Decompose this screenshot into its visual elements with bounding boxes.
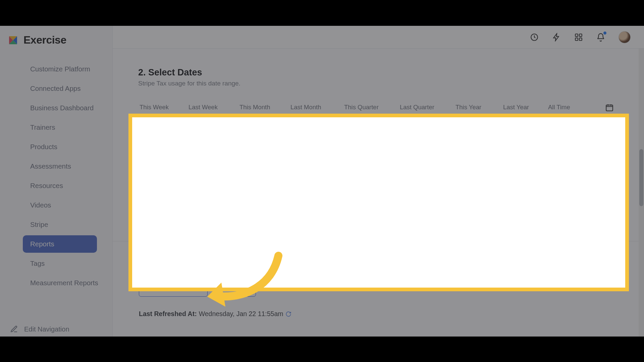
avatar[interactable]: [619, 31, 631, 43]
preset-this-quarter[interactable]: This Quarter: [344, 104, 400, 111]
report-description: This report lists Stripe Tax calculation…: [113, 241, 639, 268]
date-preset-row: This Week Last Week This Month Last Mont…: [113, 103, 639, 111]
sidebar-item-products[interactable]: Products: [0, 138, 112, 156]
sidebar-item-videos[interactable]: Videos: [0, 196, 112, 214]
mini-refresh-button[interactable]: [285, 311, 291, 317]
preset-this-year[interactable]: This Year: [455, 104, 503, 111]
bell-icon[interactable]: [596, 33, 605, 42]
section-select-filters: 3. Select Filters: [113, 177, 639, 203]
edit-navigation-label: Edit Navigation: [24, 325, 69, 333]
apps-icon[interactable]: [574, 33, 583, 42]
preset-last-week[interactable]: Last Week: [189, 104, 239, 111]
brand-name: Exercise: [23, 34, 66, 46]
date-range-display: Jan 28, 2025 - Feb 3, 2025: [329, 123, 422, 132]
report-actions: Refresh Report: [113, 268, 639, 297]
brand: Exercise: [0, 26, 112, 49]
section-select-dates: 2. Select Dates Stripe Tax usage for thi…: [113, 49, 639, 87]
last-refreshed-value: Wednesday, Jan 22 11:55am: [199, 310, 283, 318]
utc-row: Use UTC Dates? ?: [113, 159, 639, 167]
refresh-icon: [285, 311, 291, 317]
letterbox-bottom: [0, 337, 644, 362]
date-next-button[interactable]: [427, 124, 435, 132]
svg-rect-5: [606, 105, 613, 111]
svg-rect-4: [579, 38, 582, 41]
app-viewport: Exercise Customize Platform Connected Ap…: [0, 26, 644, 337]
scrollbar-thumb[interactable]: [639, 149, 643, 206]
section-select-dates-title: 2. Select Dates: [138, 67, 613, 78]
preset-last-year[interactable]: Last Year: [503, 104, 548, 111]
svg-rect-1: [575, 34, 578, 37]
last-refreshed: Last Refreshed At: Wednesday, Jan 22 11:…: [113, 297, 639, 318]
utc-checkbox[interactable]: [139, 161, 144, 166]
sidebar-item-tags[interactable]: Tags: [0, 255, 112, 272]
clock-icon[interactable]: [530, 33, 539, 42]
sidebar: Exercise Customize Platform Connected Ap…: [0, 26, 113, 337]
secondary-action-button[interactable]: [214, 279, 256, 297]
section-select-filters-title: 3. Select Filters: [139, 186, 613, 203]
lightning-icon[interactable]: [552, 33, 561, 42]
last-refreshed-prefix: Last Refreshed At:: [139, 310, 197, 318]
report-title: Stripe Tax Usage: [139, 225, 209, 235]
sidebar-item-reports[interactable]: Reports: [23, 235, 97, 253]
calendar-icon[interactable]: [605, 103, 613, 111]
notification-dot: [603, 32, 606, 35]
help-icon[interactable]: ?: [199, 160, 205, 166]
report-header: Stripe Tax Usage Import Into Google Shee…: [113, 225, 639, 241]
svg-rect-6: [527, 229, 532, 233]
preset-last-month[interactable]: Last Month: [290, 104, 344, 111]
sidebar-item-trainers[interactable]: Trainers: [0, 119, 112, 136]
svg-rect-3: [575, 38, 578, 41]
sidebar-item-business-dashboard[interactable]: Business Dashboard: [0, 99, 112, 117]
sidebar-item-connected-apps[interactable]: Connected Apps: [0, 80, 112, 97]
sidebar-nav: Customize Platform Connected Apps Busine…: [0, 49, 112, 292]
sidebar-item-resources[interactable]: Resources: [0, 177, 112, 194]
import-google-sheets-label: Import Into Google Sheets: [535, 227, 613, 235]
sidebar-item-measurement-reports[interactable]: Measurement Reports: [0, 274, 112, 292]
refresh-report-label: Refresh Report: [156, 284, 199, 292]
section-select-dates-subtitle: Stripe Tax usage for this date range.: [138, 80, 613, 87]
preset-all-time[interactable]: All Time: [548, 104, 595, 111]
refresh-icon: [147, 285, 153, 291]
utc-label: Use UTC Dates?: [147, 159, 196, 167]
preset-this-week[interactable]: This Week: [140, 104, 189, 111]
table-icon: [526, 228, 532, 234]
refresh-report-button[interactable]: Refresh Report: [139, 279, 208, 297]
topbar: [113, 26, 644, 49]
main-content: 2. Select Dates Stripe Tax usage for thi…: [113, 49, 639, 337]
letterbox-top: [0, 0, 644, 26]
brand-logo-icon: [7, 35, 19, 46]
date-range-nav: Jan 28, 2025 - Feb 3, 2025: [113, 123, 639, 132]
preset-last-quarter[interactable]: Last Quarter: [400, 104, 455, 111]
sidebar-item-stripe[interactable]: Stripe: [0, 216, 112, 233]
edit-navigation-button[interactable]: Edit Navigation: [10, 325, 69, 333]
vertical-scrollbar[interactable]: [639, 49, 644, 337]
preset-this-month[interactable]: This Month: [239, 104, 290, 111]
svg-rect-2: [579, 34, 582, 37]
sidebar-item-assessments[interactable]: Assessments: [0, 158, 112, 175]
sidebar-item-customize-platform[interactable]: Customize Platform: [0, 60, 112, 78]
date-prev-button[interactable]: [316, 124, 325, 132]
import-google-sheets-link[interactable]: Import Into Google Sheets: [526, 227, 613, 235]
